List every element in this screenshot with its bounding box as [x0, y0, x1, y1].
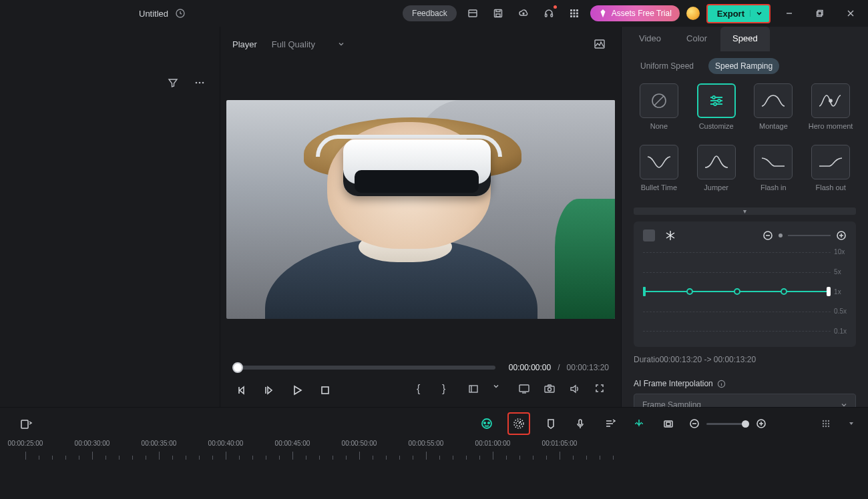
- svg-rect-40: [579, 420, 582, 425]
- svg-rect-11: [576, 13, 578, 15]
- svg-rect-22: [469, 386, 477, 392]
- user-avatar[interactable]: [686, 7, 700, 20]
- zoom-handle[interactable]: [742, 420, 749, 428]
- save-icon[interactable]: [489, 4, 507, 23]
- ramp-graph[interactable]: 10x 5x 1x 0.5x 0.1x: [643, 248, 847, 335]
- svg-rect-21: [322, 387, 329, 394]
- fullscreen-button[interactable]: [594, 383, 609, 398]
- expand-presets[interactable]: ▾: [634, 207, 856, 215]
- svg-point-46: [825, 420, 827, 422]
- svg-point-45: [823, 420, 824, 422]
- magnet-icon[interactable]: [630, 415, 648, 432]
- autosave-icon: [175, 8, 186, 19]
- subtab-ramp[interactable]: Speed Ramping: [708, 58, 779, 74]
- timeline-zoom[interactable]: [689, 418, 767, 429]
- preset-montage[interactable]: Montage: [748, 83, 799, 139]
- scrubber-handle[interactable]: [232, 362, 243, 373]
- duration-readout: Duratio00:00:13:20 -> 00:00:13:20: [634, 355, 856, 364]
- track-options-icon[interactable]: [817, 415, 835, 432]
- mark-in-button[interactable]: {: [417, 383, 431, 398]
- display-button[interactable]: [518, 383, 533, 398]
- svg-rect-14: [576, 15, 578, 17]
- player-label: Player: [232, 39, 257, 49]
- player-panel: Player Full Quality: [220, 27, 621, 407]
- ramp-zoom-in[interactable]: [836, 230, 847, 241]
- layout-icon[interactable]: [463, 4, 482, 23]
- svg-rect-4: [545, 14, 547, 17]
- tab-color[interactable]: Color: [674, 27, 719, 51]
- quality-value: Full Quality: [272, 39, 315, 49]
- video-preview[interactable]: [226, 100, 615, 319]
- preset-bullet[interactable]: Bullet Time: [634, 145, 684, 201]
- subtab-uniform[interactable]: Uniform Speed: [634, 58, 700, 74]
- aspect-button[interactable]: [467, 383, 482, 398]
- crop-icon[interactable]: [660, 415, 677, 432]
- zoom-out-icon[interactable]: [689, 418, 700, 429]
- speed-tool-button[interactable]: [507, 412, 530, 435]
- export-button[interactable]: Export: [706, 4, 771, 23]
- window-minimize[interactable]: [777, 4, 801, 23]
- prev-frame-button[interactable]: [232, 382, 250, 399]
- preset-customize[interactable]: Customize: [691, 83, 742, 139]
- ramp-zoom-track[interactable]: [788, 235, 831, 236]
- scrubber[interactable]: [232, 366, 495, 370]
- zoom-track[interactable]: [706, 423, 749, 425]
- assets-free-trial-button[interactable]: Assets Free Trial: [590, 5, 680, 21]
- play-button[interactable]: [288, 382, 306, 399]
- more-icon[interactable]: [190, 73, 209, 92]
- apps-icon[interactable]: [565, 4, 584, 23]
- svg-rect-12: [570, 15, 572, 17]
- preset-jumper[interactable]: Jumper: [691, 145, 742, 201]
- stop-button[interactable]: [316, 382, 334, 399]
- cloud-icon[interactable]: [514, 4, 533, 23]
- track-options-caret-icon[interactable]: [847, 415, 856, 432]
- svg-point-25: [548, 388, 552, 391]
- svg-point-36: [484, 422, 485, 424]
- audio-tool-icon[interactable]: [601, 415, 618, 432]
- ruler-label: 00:00:45:00: [275, 440, 310, 447]
- interpolation-select[interactable]: Frame Sampling: [634, 394, 856, 407]
- preset-none[interactable]: None: [634, 83, 684, 139]
- snapshot-button[interactable]: [544, 383, 558, 398]
- zoom-in-icon[interactable]: [756, 418, 767, 429]
- window-maximize[interactable]: [808, 4, 832, 23]
- freeze-frame-icon[interactable]: [664, 229, 676, 241]
- headphones-icon[interactable]: [539, 4, 558, 23]
- filter-icon[interactable]: [164, 73, 182, 92]
- svg-point-50: [828, 423, 829, 424]
- voiceover-icon[interactable]: [572, 415, 589, 432]
- preset-flashin[interactable]: Flash in: [748, 145, 799, 201]
- ruler-label: 00:00:35:00: [142, 440, 177, 447]
- cut-delete-icon[interactable]: [17, 415, 35, 432]
- scopes-icon[interactable]: [590, 35, 609, 53]
- ruler-label: 00:00:25:00: [8, 440, 43, 447]
- quality-select[interactable]: Full Quality: [266, 37, 350, 52]
- ramp-zoom-out[interactable]: [763, 230, 773, 241]
- volume-button[interactable]: [569, 383, 584, 398]
- chevron-down-icon: [750, 10, 763, 17]
- interpolation-label: AI Frame Interpolation: [634, 379, 856, 388]
- tab-speed[interactable]: Speed: [720, 27, 770, 51]
- export-label: Export: [717, 9, 744, 19]
- aspect-caret-icon[interactable]: [493, 383, 507, 398]
- svg-rect-9: [570, 13, 572, 15]
- svg-point-53: [828, 426, 829, 427]
- window-close[interactable]: [839, 4, 863, 23]
- svg-point-49: [825, 423, 827, 424]
- timeline-ruler[interactable]: 00:00:25:0000:00:30:0000:00:35:0000:00:4…: [5, 440, 868, 460]
- info-icon[interactable]: [717, 380, 726, 388]
- ai-tool-icon[interactable]: [478, 415, 495, 432]
- tab-video[interactable]: Video: [627, 27, 673, 51]
- svg-point-19: [202, 82, 204, 84]
- ramp-visibility-toggle[interactable]: [643, 229, 655, 241]
- preset-hero[interactable]: Hero moment: [805, 83, 856, 139]
- feedback-button[interactable]: Feedback: [403, 5, 457, 21]
- mark-out-button[interactable]: }: [442, 383, 457, 398]
- ramp-editor: 10x 5x 1x 0.5x 0.1x: [634, 221, 856, 347]
- preset-flashout[interactable]: Flash out: [805, 145, 856, 201]
- svg-rect-1: [469, 10, 477, 17]
- svg-rect-20: [595, 40, 604, 48]
- current-time: 00:00:00:00: [509, 363, 551, 372]
- play-forward-button[interactable]: [260, 382, 278, 399]
- marker-icon[interactable]: [542, 415, 560, 432]
